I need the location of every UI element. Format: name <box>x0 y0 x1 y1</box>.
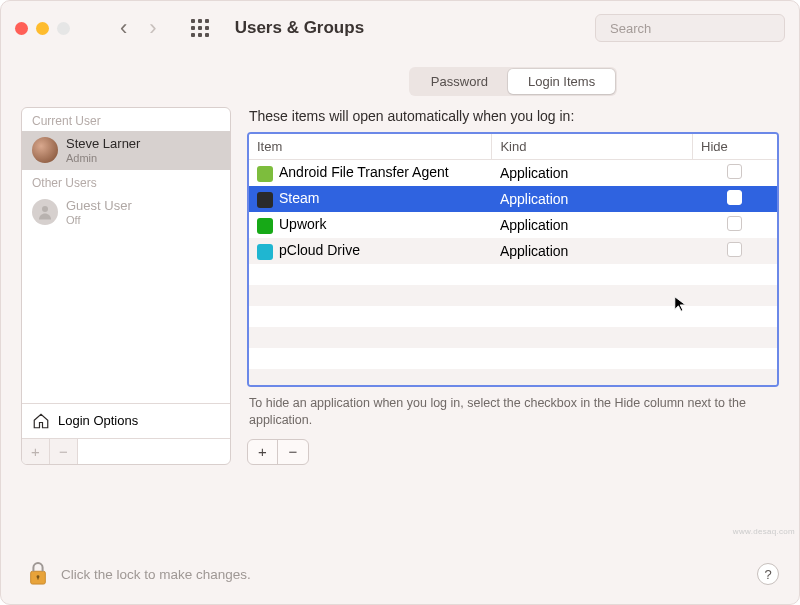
table-row-blank <box>249 369 777 387</box>
tabs: Password Login Items <box>409 67 617 96</box>
watermark: www.desaq.com <box>733 527 795 536</box>
item-kind: Application <box>492 212 693 238</box>
minimize-window-button[interactable] <box>36 22 49 35</box>
window-title: Users & Groups <box>235 18 364 38</box>
table-row[interactable]: Android File Transfer AgentApplication <box>249 160 777 187</box>
table-row-blank <box>249 264 777 285</box>
app-icon <box>257 218 273 234</box>
login-items-heading: These items will open automatically when… <box>249 108 779 124</box>
table-row-blank <box>249 306 777 327</box>
login-options-button[interactable]: Login Options <box>22 403 230 438</box>
item-kind: Application <box>492 186 693 212</box>
avatar <box>32 137 58 163</box>
guest-name: Guest User <box>66 199 132 214</box>
hide-checkbox[interactable] <box>727 190 742 205</box>
lock-hint-text: Click the lock to make changes. <box>61 567 251 582</box>
show-all-prefs-button[interactable] <box>191 19 209 37</box>
table-row[interactable]: pCloud DriveApplication <box>249 238 777 264</box>
add-user-button: + <box>22 439 50 464</box>
item-name: Steam <box>279 190 319 206</box>
table-row[interactable]: UpworkApplication <box>249 212 777 238</box>
back-button[interactable]: ‹ <box>120 17 127 39</box>
app-icon <box>257 244 273 260</box>
search-field[interactable] <box>595 14 785 42</box>
app-icon <box>257 192 273 208</box>
tab-password[interactable]: Password <box>411 69 508 94</box>
guest-role: Off <box>66 214 132 226</box>
hide-checkbox[interactable] <box>727 216 742 231</box>
zoom-window-button[interactable] <box>57 22 70 35</box>
tab-login-items[interactable]: Login Items <box>508 69 615 94</box>
search-input[interactable] <box>610 21 778 36</box>
item-name: Android File Transfer Agent <box>279 164 449 180</box>
header-kind[interactable]: Kind <box>492 134 693 160</box>
login-options-label: Login Options <box>58 413 138 428</box>
user-name: Steve Larner <box>66 137 140 152</box>
app-icon <box>257 166 273 182</box>
svg-point-2 <box>42 206 48 212</box>
header-hide[interactable]: Hide <box>693 134 778 160</box>
user-row-guest[interactable]: Guest User Off <box>22 193 230 232</box>
table-row-blank <box>249 348 777 369</box>
user-row-current[interactable]: Steve Larner Admin <box>22 131 230 170</box>
close-window-button[interactable] <box>15 22 28 35</box>
hide-checkbox[interactable] <box>727 164 742 179</box>
sidebar-section-current-user: Current User <box>22 108 230 131</box>
user-role: Admin <box>66 152 140 164</box>
add-login-item-button[interactable]: + <box>248 440 278 464</box>
login-items-hint: To hide an application when you log in, … <box>249 395 777 429</box>
item-name: pCloud Drive <box>279 242 360 258</box>
table-row-blank <box>249 327 777 348</box>
sidebar-section-other-users: Other Users <box>22 170 230 193</box>
item-name: Upwork <box>279 216 326 232</box>
item-kind: Application <box>492 238 693 264</box>
svg-rect-5 <box>37 577 38 580</box>
remove-login-item-button[interactable]: − <box>278 440 308 464</box>
table-row[interactable]: SteamApplication <box>249 186 777 212</box>
item-kind: Application <box>492 160 693 187</box>
login-items-table[interactable]: Item Kind Hide Android File Transfer Age… <box>247 132 779 387</box>
lock-icon[interactable] <box>27 560 49 588</box>
guest-avatar-icon <box>32 199 58 225</box>
table-row-blank <box>249 285 777 306</box>
remove-user-button: − <box>50 439 78 464</box>
hide-checkbox[interactable] <box>727 242 742 257</box>
forward-button: › <box>149 17 156 39</box>
help-button[interactable]: ? <box>757 563 779 585</box>
header-item[interactable]: Item <box>249 134 492 160</box>
house-icon <box>32 412 50 430</box>
